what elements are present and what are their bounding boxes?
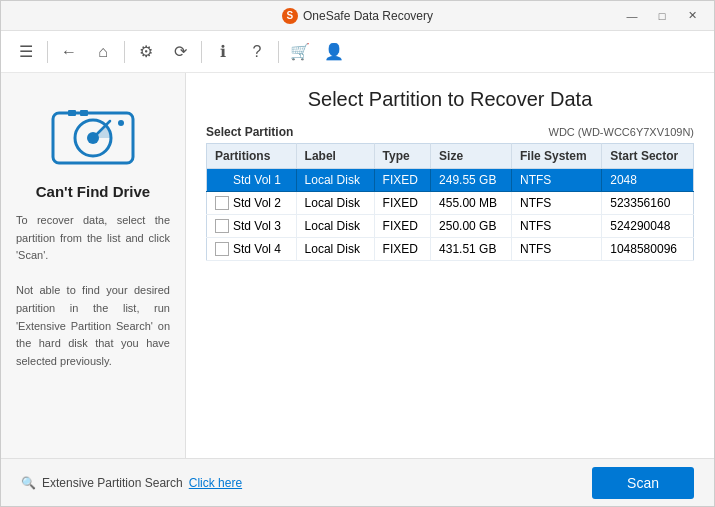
table-header: Partitions Label Type Size File System S… <box>207 144 694 169</box>
left-panel-description: To recover data, select the partition fr… <box>16 212 170 370</box>
cell-fs: NTFS <box>511 169 601 192</box>
partition-table: Partitions Label Type Size File System S… <box>206 143 694 261</box>
help-button[interactable]: ? <box>242 37 272 67</box>
footer-left: 🔍 Extensive Partition Search Click here <box>21 476 242 490</box>
info-icon: ℹ <box>220 42 226 61</box>
cell-type: FIXED <box>374 169 430 192</box>
col-partitions: Partitions <box>207 144 297 169</box>
cell-sector: 1048580096 <box>602 238 694 261</box>
user-icon: 👤 <box>324 42 344 61</box>
svg-point-6 <box>118 120 124 126</box>
info-button[interactable]: ℹ <box>208 37 238 67</box>
app-title: OneSafe Data Recovery <box>303 9 433 23</box>
table-wrapper: Partitions Label Type Size File System S… <box>206 143 694 443</box>
svg-rect-4 <box>68 110 76 116</box>
app-icon: S <box>282 8 298 24</box>
svg-rect-5 <box>80 110 88 116</box>
drive-name: WDC (WD-WCC6Y7XV109N) <box>549 126 694 138</box>
col-size: Size <box>431 144 512 169</box>
cell-label: Local Disk <box>296 238 374 261</box>
cell-fs: NTFS <box>511 238 601 261</box>
cell-size: 455.00 MB <box>431 192 512 215</box>
cell-sector: 524290048 <box>602 215 694 238</box>
cell-size: 250.00 GB <box>431 215 512 238</box>
menu-button[interactable]: ☰ <box>11 37 41 67</box>
back-button[interactable]: ← <box>54 37 84 67</box>
table-row[interactable]: Std Vol 1 Local Disk FIXED 249.55 GB NTF… <box>207 169 694 192</box>
col-label: Label <box>296 144 374 169</box>
table-row[interactable]: Std Vol 2 Local Disk FIXED 455.00 MB NTF… <box>207 192 694 215</box>
minimize-button[interactable]: — <box>618 6 646 26</box>
cell-label: Local Disk <box>296 169 374 192</box>
cell-size: 431.51 GB <box>431 238 512 261</box>
click-here-link[interactable]: Click here <box>189 476 242 490</box>
home-button[interactable]: ⌂ <box>88 37 118 67</box>
cell-label: Local Disk <box>296 215 374 238</box>
cell-fs: NTFS <box>511 215 601 238</box>
cell-sector: 523356160 <box>602 192 694 215</box>
user-button[interactable]: 👤 <box>319 37 349 67</box>
cell-sector: 2048 <box>602 169 694 192</box>
scan-button[interactable]: Scan <box>592 467 694 499</box>
extensive-search-label: Extensive Partition Search <box>42 476 183 490</box>
col-sector: Start Sector <box>602 144 694 169</box>
title-bar-title: S OneSafe Data Recovery <box>282 8 433 24</box>
table-row[interactable]: Std Vol 4 Local Disk FIXED 431.51 GB NTF… <box>207 238 694 261</box>
title-bar: S OneSafe Data Recovery — □ ✕ <box>1 1 714 31</box>
history-icon: ⟳ <box>174 42 187 61</box>
cell-partition-name: Std Vol 4 <box>207 238 297 261</box>
cell-size: 249.55 GB <box>431 169 512 192</box>
menu-icon: ☰ <box>19 42 33 61</box>
partition-label: Select Partition <box>206 125 293 139</box>
row-checkbox[interactable] <box>215 219 229 233</box>
settings-icon: ⚙ <box>139 42 153 61</box>
cell-type: FIXED <box>374 238 430 261</box>
history-button[interactable]: ⟳ <box>165 37 195 67</box>
row-checkbox[interactable] <box>215 173 229 187</box>
main-content: Can't Find Drive To recover data, select… <box>1 73 714 458</box>
table-body: Std Vol 1 Local Disk FIXED 249.55 GB NTF… <box>207 169 694 261</box>
cell-type: FIXED <box>374 215 430 238</box>
help-icon: ? <box>253 43 262 61</box>
cell-partition-name: Std Vol 2 <box>207 192 297 215</box>
close-button[interactable]: ✕ <box>678 6 706 26</box>
drive-illustration <box>48 93 138 168</box>
cart-button[interactable]: 🛒 <box>285 37 315 67</box>
toolbar-divider-1 <box>47 41 48 63</box>
right-panel: Select Partition to Recover Data Select … <box>186 73 714 458</box>
col-type: Type <box>374 144 430 169</box>
cell-type: FIXED <box>374 192 430 215</box>
home-icon: ⌂ <box>98 43 108 61</box>
cell-partition-name: Std Vol 3 <box>207 215 297 238</box>
page-title: Select Partition to Recover Data <box>206 88 694 111</box>
footer: 🔍 Extensive Partition Search Click here … <box>1 458 714 506</box>
search-icon: 🔍 <box>21 476 36 490</box>
row-checkbox[interactable] <box>215 196 229 210</box>
left-panel-title: Can't Find Drive <box>36 183 150 200</box>
back-icon: ← <box>61 43 77 61</box>
partition-header: Select Partition WDC (WD-WCC6Y7XV109N) <box>206 125 694 139</box>
cell-fs: NTFS <box>511 192 601 215</box>
table-row[interactable]: Std Vol 3 Local Disk FIXED 250.00 GB NTF… <box>207 215 694 238</box>
col-filesystem: File System <box>511 144 601 169</box>
toolbar-divider-2 <box>124 41 125 63</box>
toolbar-divider-4 <box>278 41 279 63</box>
toolbar-divider-3 <box>201 41 202 63</box>
left-panel: Can't Find Drive To recover data, select… <box>1 73 186 458</box>
toolbar: ☰ ← ⌂ ⚙ ⟳ ℹ ? 🛒 👤 <box>1 31 714 73</box>
cell-label: Local Disk <box>296 192 374 215</box>
window-controls: — □ ✕ <box>618 6 706 26</box>
cell-partition-name: Std Vol 1 <box>207 169 297 192</box>
row-checkbox[interactable] <box>215 242 229 256</box>
settings-button[interactable]: ⚙ <box>131 37 161 67</box>
cart-icon: 🛒 <box>290 42 310 61</box>
maximize-button[interactable]: □ <box>648 6 676 26</box>
